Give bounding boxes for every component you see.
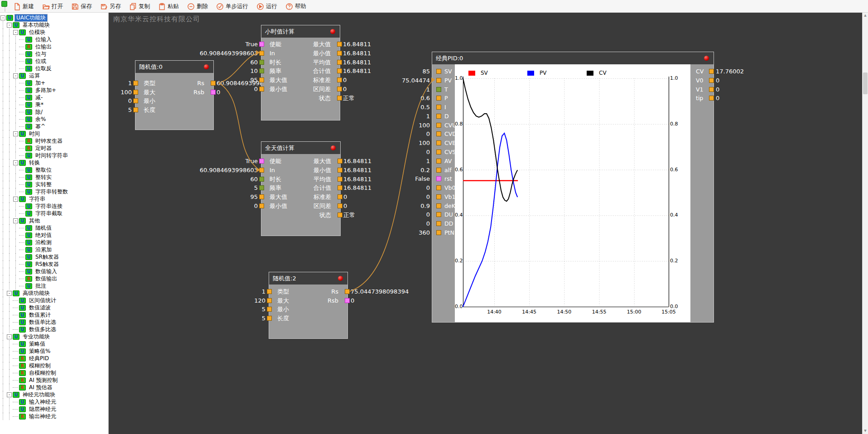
scrollbar-thumb[interactable]	[863, 72, 868, 94]
tree-expand-toggle[interactable]: -	[6, 333, 13, 340]
block-rand0-input-pin-最大[interactable]	[133, 90, 138, 95]
tree-item-1[interactable]: -U基本功能块	[0, 21, 108, 29]
tree-item-15[interactable]: U幂^	[0, 123, 108, 130]
tree-item-40[interactable]: U数值滤波	[0, 304, 108, 311]
block-day[interactable]: 全天值计算使能TrueIn60.9084693998603时长60频率5最大值9…	[261, 141, 341, 236]
pid-input-pin-CVU[interactable]	[436, 123, 441, 128]
block-hour-input-pin-In[interactable]	[259, 51, 264, 56]
tree-expand-toggle[interactable]: -	[13, 195, 19, 203]
tree-expand-toggle[interactable]: -	[6, 289, 13, 297]
block-rand2-input-pin-最小[interactable]	[267, 307, 272, 312]
tree-item-37[interactable]: U批注	[0, 282, 108, 289]
block-day-input-pin-In[interactable]	[259, 168, 264, 173]
collapse-minus-icon[interactable]: -	[13, 30, 18, 35]
block-day-output-pin-最大值[interactable]	[338, 159, 342, 164]
pid-output-pin-CV[interactable]	[709, 69, 714, 74]
block-rand2[interactable]: 随机值:2类型1最大120最小5长度5Rs75.0447398098394Rsb…	[269, 272, 348, 339]
block-hour-input-pin-最大值[interactable]	[259, 77, 264, 82]
block-rand2-input-pin-长度[interactable]	[267, 316, 272, 321]
tree-item-54[interactable]: U隐层神经元	[0, 405, 108, 413]
block-day-input-pin-使能[interactable]	[259, 159, 264, 164]
tree-item-26[interactable]: U字符串连接	[0, 203, 108, 210]
collapse-minus-icon[interactable]: -	[7, 392, 12, 397]
block-hour-output-pin-区间差[interactable]	[337, 87, 342, 92]
tree-item-42[interactable]: U数值单比选	[0, 318, 108, 326]
tree-item-33[interactable]: USR触发器	[0, 253, 108, 260]
pid-input-pin-PtN[interactable]	[436, 230, 441, 235]
tree-item-3[interactable]: U位输入	[0, 36, 108, 43]
block-day-input-pin-最小值[interactable]	[259, 203, 264, 208]
tree-expand-toggle[interactable]: -	[13, 130, 19, 137]
scroll-down-icon[interactable]: ▼	[863, 428, 868, 434]
block-day-input-pin-最大值[interactable]	[259, 194, 264, 199]
tree-item-51[interactable]: RAI 预估器	[0, 384, 108, 391]
block-rand0[interactable]: 随机值:0类型1最大100最小0长度5Rs60.9084693998603Rsb…	[135, 60, 214, 130]
tree-expand-toggle[interactable]: -	[13, 72, 19, 79]
toolbar-button-save[interactable]: 保存	[67, 1, 96, 13]
toolbar-button-run[interactable]: 运行	[252, 1, 281, 13]
pid-input-pin-I[interactable]	[436, 105, 441, 110]
pid-input-pin-DU[interactable]	[436, 212, 441, 217]
tree-item-29[interactable]: U随机值	[0, 224, 108, 231]
tree-item-8[interactable]: -U运算	[0, 72, 108, 79]
tree-item-31[interactable]: U沿检测	[0, 239, 108, 246]
tree-item-30[interactable]: U绝对值	[0, 231, 108, 239]
tree-item-21[interactable]: U整取位	[0, 166, 108, 174]
tree-item-39[interactable]: U区间值统计	[0, 297, 108, 304]
collapse-minus-icon[interactable]: -	[13, 218, 18, 223]
tree-expand-toggle[interactable]: -	[13, 29, 19, 36]
pid-input-pin-Vb1[interactable]	[436, 194, 441, 199]
tree-item-19[interactable]: U时间转字符串	[0, 152, 108, 159]
pid-input-pin-SV[interactable]	[436, 69, 441, 74]
block-hour-output-pin-平均值[interactable]	[337, 60, 342, 65]
collapse-minus-icon[interactable]: -	[13, 73, 18, 78]
tree-item-36[interactable]: R数值输出	[0, 275, 108, 282]
block-day-output-pin-标准差[interactable]	[338, 194, 342, 199]
collapse-minus-icon[interactable]: -	[13, 160, 18, 165]
collapse-minus-icon[interactable]: -	[7, 334, 12, 339]
tree-item-0[interactable]: -UUAIC功能块	[0, 14, 108, 21]
tree-item-52[interactable]: -U神经元功能块	[0, 391, 108, 398]
block-hour-output-pin-标准差[interactable]	[337, 77, 342, 82]
tree-expand-toggle[interactable]: -	[6, 391, 13, 398]
tree-item-16[interactable]: -U时间	[0, 130, 108, 137]
block-hour-input-pin-最小值[interactable]	[259, 87, 264, 92]
tree-item-44[interactable]: -U专业功能块	[0, 333, 108, 340]
block-rand2-output-pin-Rs[interactable]	[345, 289, 350, 294]
tree-item-20[interactable]: -U转换	[0, 159, 108, 166]
tree-item-27[interactable]: U字符串截取	[0, 210, 108, 217]
tree-item-11[interactable]: U减-	[0, 94, 108, 101]
tree-item-49[interactable]: R自模糊控制	[0, 369, 108, 376]
tree-expand-toggle[interactable]: -	[13, 159, 19, 166]
toolbar-button-delete[interactable]: 删除	[183, 1, 212, 13]
block-day-output-pin-合计值[interactable]	[338, 185, 342, 190]
tree-item-48[interactable]: R模糊控制	[0, 362, 108, 369]
block-rand2-output-pin-Rsb[interactable]	[345, 298, 350, 303]
block-pid[interactable]: 经典PID:0SV85PV75.04474T1P0.6I0.5D1CVU100C…	[432, 52, 714, 323]
scroll-up-icon[interactable]: ▲	[863, 13, 868, 19]
block-rand0-output-pin-Rs[interactable]	[211, 81, 216, 86]
pid-input-pin-CVD[interactable]	[436, 131, 441, 136]
tree-item-25[interactable]: -U字符串	[0, 195, 108, 203]
tree-item-6[interactable]: U位或	[0, 58, 108, 65]
tree-expand-toggle[interactable]: -	[13, 217, 19, 224]
tree-item-14[interactable]: U余%	[0, 116, 108, 123]
tree-expand-toggle[interactable]: -	[0, 14, 6, 21]
block-day-output-pin-平均值[interactable]	[338, 177, 342, 182]
toolbar-button-paste[interactable]: 粘贴	[154, 1, 183, 13]
tree-item-55[interactable]: R输出神经元	[0, 413, 108, 420]
toolbar-button-help[interactable]: 帮助	[281, 1, 310, 13]
tree-expand-toggle[interactable]: -	[6, 21, 13, 29]
toolbar-button-step-run[interactable]: 单步运行	[212, 1, 252, 13]
block-rand2-input-pin-类型[interactable]	[267, 289, 272, 294]
block-day-input-pin-频率[interactable]	[259, 185, 264, 190]
tree-item-18[interactable]: R定时器	[0, 145, 108, 152]
block-hour-output-pin-合计值[interactable]	[337, 68, 342, 73]
tree-item-17[interactable]: R时钟发生器	[0, 137, 108, 145]
toolbar-button-new[interactable]: 新建	[9, 1, 38, 13]
block-day-input-pin-时长[interactable]	[259, 177, 264, 182]
tree-item-23[interactable]: U实转整	[0, 181, 108, 188]
pid-input-pin-rst[interactable]	[436, 176, 441, 181]
tree-item-32[interactable]: U沿累加	[0, 246, 108, 253]
tree-item-53[interactable]: U输入神经元	[0, 398, 108, 405]
